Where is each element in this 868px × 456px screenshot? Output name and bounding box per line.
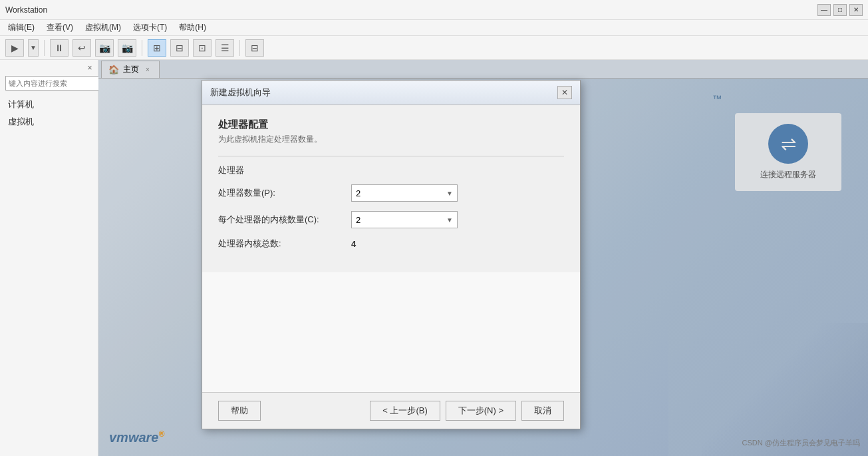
title-bar: Workstation — □ ✕ xyxy=(0,0,868,20)
view4-button[interactable]: ☰ xyxy=(216,39,234,57)
sidebar-close-button[interactable]: × xyxy=(84,63,95,73)
remote-server-icon: ⇌ xyxy=(768,124,808,164)
processor-count-select[interactable]: 2 ▼ xyxy=(351,184,458,202)
sidebar-item-computer[interactable]: 计算机 xyxy=(0,96,98,113)
dialog-heading: 处理器配置 xyxy=(218,118,564,131)
total-cores-value: 4 xyxy=(351,239,356,249)
dialog-close-button[interactable]: ✕ xyxy=(557,86,572,99)
dialog-subtext: 为此虚拟机指定处理器数量。 xyxy=(218,134,564,145)
watermark: CSDN @仿生程序员会梦见电子羊吗 xyxy=(742,438,860,448)
processor-count-chevron: ▼ xyxy=(446,190,453,197)
back-button[interactable]: < 上一步(B) xyxy=(370,401,440,421)
toolbar: ▶ ▼ ⏸ ↩ 📷 📷 ⊞ ⊟ ⊡ ☰ ⊟ xyxy=(0,36,868,60)
toolbar-sep-1 xyxy=(44,40,45,56)
minimize-button[interactable]: — xyxy=(817,4,831,16)
sidebar-search-container: ▼ xyxy=(5,76,92,91)
dialog-title-bar: 新建虚拟机向导 ✕ xyxy=(202,81,580,105)
dialog-divider-1 xyxy=(218,156,564,156)
cores-per-processor-value: 2 xyxy=(356,215,361,225)
next-button[interactable]: 下一步(N) > xyxy=(446,401,516,421)
cores-per-processor-chevron: ▼ xyxy=(446,216,453,224)
tab-home-close[interactable]: × xyxy=(143,65,152,74)
cancel-button[interactable]: 取消 xyxy=(521,401,564,421)
dialog-footer: 帮助 < 上一步(B) 下一步(N) > 取消 xyxy=(202,392,580,429)
home-icon: 🏠 xyxy=(108,65,119,75)
new-vm-wizard-dialog: 新建虚拟机向导 ✕ 处理器配置 为此虚拟机指定处理器数量。 处理器 处理器数量(… xyxy=(202,80,581,429)
main-layout: × ▼ 计算机 虚拟机 🏠 主页 × ™ ⇌ 连接远程服务器 xyxy=(0,60,868,456)
suspend-button[interactable]: ⏸ xyxy=(50,39,69,57)
remote-server-card[interactable]: ⇌ 连接远程服务器 xyxy=(735,113,841,191)
tm-mark: ™ xyxy=(712,93,722,104)
view3-button[interactable]: ⊡ xyxy=(193,39,212,57)
dialog-spacer xyxy=(202,272,580,392)
maximize-button[interactable]: □ xyxy=(833,4,847,16)
play-button[interactable]: ▶ xyxy=(5,39,24,57)
view2-button[interactable]: ⊟ xyxy=(170,39,189,57)
revert-button[interactable]: ↩ xyxy=(72,39,91,57)
help-button[interactable]: 帮助 xyxy=(218,401,261,421)
tab-home-label: 主页 xyxy=(123,64,139,75)
processor-section-label: 处理器 xyxy=(218,164,564,176)
total-cores-label: 处理器内核总数: xyxy=(218,238,351,250)
toolbar-sep-3 xyxy=(239,40,240,56)
processor-count-control: 2 ▼ xyxy=(351,184,564,202)
menu-vm[interactable]: 虚拟机(M) xyxy=(80,21,126,35)
cores-per-processor-row: 每个处理器的内核数量(C): 2 ▼ xyxy=(218,211,564,228)
dialog-title: 新建虚拟机向导 xyxy=(210,87,271,99)
cores-per-processor-control: 2 ▼ xyxy=(351,211,564,228)
vmware-logo-text: vmware® xyxy=(109,430,164,445)
close-button[interactable]: ✕ xyxy=(849,4,863,16)
menu-tab[interactable]: 选项卡(T) xyxy=(128,21,172,35)
window-controls: — □ ✕ xyxy=(817,4,863,16)
menu-bar: 编辑(E) 查看(V) 虚拟机(M) 选项卡(T) 帮助(H) xyxy=(0,20,868,36)
window-title: Workstation xyxy=(5,5,817,15)
view1-button[interactable]: ⊞ xyxy=(148,39,166,57)
play-dropdown-button[interactable]: ▼ xyxy=(28,39,39,57)
processor-count-row: 处理器数量(P): 2 ▼ xyxy=(218,184,564,202)
remote-server-label: 连接远程服务器 xyxy=(746,169,831,180)
search-input[interactable] xyxy=(5,76,104,91)
menu-help[interactable]: 帮助(H) xyxy=(174,21,212,35)
nav-button-group: < 上一步(B) 下一步(N) > 取消 xyxy=(370,401,564,421)
menu-view[interactable]: 查看(V) xyxy=(41,21,78,35)
sidebar: × ▼ 计算机 虚拟机 xyxy=(0,60,98,456)
toolbar-sep-2 xyxy=(142,40,142,56)
dialog-body: 处理器配置 为此虚拟机指定处理器数量。 处理器 处理器数量(P): 2 ▼ xyxy=(202,105,580,272)
remote-button[interactable]: ⊟ xyxy=(245,39,264,57)
content-area: 🏠 主页 × ™ ⇌ 连接远程服务器 vmware® CSDN @仿生程序员会梦… xyxy=(98,60,868,456)
cores-per-processor-select[interactable]: 2 ▼ xyxy=(351,211,458,228)
total-cores-row: 处理器内核总数: 4 xyxy=(218,238,564,250)
processor-count-label: 处理器数量(P): xyxy=(218,187,351,199)
vmware-logo: vmware® xyxy=(109,429,164,445)
bg-shape-bottom-right xyxy=(702,323,868,456)
menu-edit[interactable]: 编辑(E) xyxy=(3,21,40,35)
processor-count-value: 2 xyxy=(356,188,361,198)
snapshot2-button[interactable]: 📷 xyxy=(118,39,136,57)
cores-per-processor-label: 每个处理器的内核数量(C): xyxy=(218,214,351,226)
total-cores-control: 4 xyxy=(351,239,564,249)
snapshot-button[interactable]: 📷 xyxy=(95,39,114,57)
sidebar-item-vm[interactable]: 虚拟机 xyxy=(0,113,98,130)
tab-home[interactable]: 🏠 主页 × xyxy=(101,61,160,78)
